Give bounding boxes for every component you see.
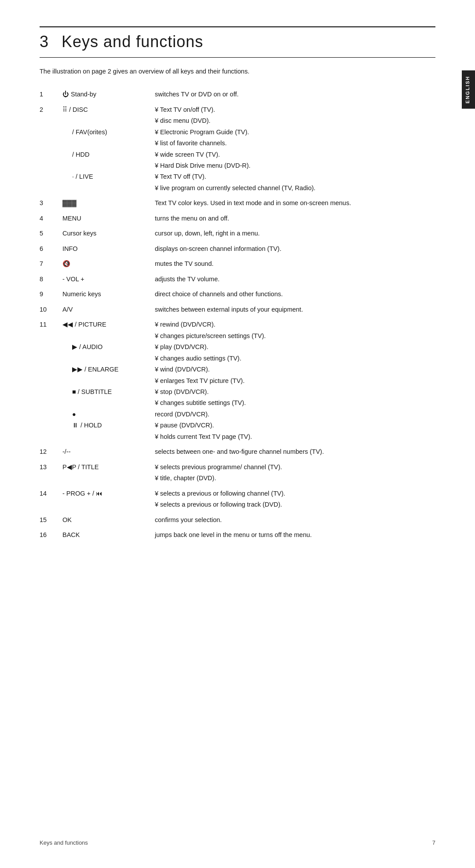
sub-key-description: ¥ changes audio settings (TV). (155, 353, 435, 364)
sub-key-description: ¥ holds current Text TV page (TV). (155, 432, 435, 443)
key-name: - VOL + (62, 273, 155, 285)
table-row: 11◀◀ / PICTURE¥ rewind (DVD/VCR). (40, 318, 435, 331)
table-sub-row: ▶▶ / ENLARGE¥ wind (DVD/VCR). (40, 364, 435, 375)
sub-key-name: / FAV(orites) (62, 127, 155, 138)
sub-key-number (40, 331, 62, 342)
sub-key-name (62, 376, 155, 387)
key-description: adjusts the TV volume. (155, 273, 435, 285)
key-description: switches between external inputs of your… (155, 303, 435, 316)
table-sub-row: ▶ / AUDIO¥ play (DVD/VCR). (40, 342, 435, 353)
sub-key-description: ¥ selects a previous or following track … (155, 500, 435, 511)
sub-key-number (40, 473, 62, 484)
page-container: ENGLISH 3 Keys and functions The illustr… (0, 0, 475, 868)
key-description: ¥ selects a previous or following channe… (155, 487, 435, 500)
sub-key-number (40, 409, 62, 420)
sub-key-number (40, 376, 62, 387)
key-description: confirms your selection. (155, 514, 435, 526)
sub-key-description: ¥ Hard Disk Drive menu (DVD-R). (155, 161, 435, 172)
table-sub-row: ¥ holds current Text TV page (TV). (40, 432, 435, 443)
key-description: jumps back one level in the menu or turn… (155, 529, 435, 541)
table-sub-row: / HDD¥ wide screen TV (TV). (40, 150, 435, 161)
sub-key-name: ▶ / AUDIO (62, 342, 155, 353)
sub-key-name (62, 161, 155, 172)
key-description: switches TV or DVD on or off. (155, 88, 435, 100)
table-sub-row: ¥ title, chapter (DVD). (40, 473, 435, 484)
sub-key-name (62, 353, 155, 364)
key-name: A/V (62, 303, 155, 316)
sub-key-name: ⏸ / HOLD (62, 420, 155, 431)
title-section: 3 Keys and functions (40, 26, 435, 51)
table-row: 6INFOdisplays on-screen channel informat… (40, 243, 435, 255)
sub-key-name (62, 116, 155, 127)
table-sub-row: ¥ list of favorite channels. (40, 138, 435, 149)
chapter-number: 3 (40, 33, 49, 51)
key-description: ¥ Text TV on/off (TV). (155, 103, 435, 116)
key-number: 13 (40, 461, 62, 473)
table-row: 4MENUturns the menu on and off. (40, 212, 435, 224)
sub-key-name (62, 138, 155, 149)
sub-key-description: ¥ Text TV off (TV). (155, 172, 435, 183)
keys-table: 1⏻ Stand-byswitches TV or DVD on or off.… (40, 88, 435, 541)
footer-left-text: Keys and functions (40, 839, 88, 846)
language-tab: ENGLISH (462, 70, 475, 109)
table-row: 15OKconfirms your selection. (40, 514, 435, 526)
table-row: 2⠿ / DISC¥ Text TV on/off (TV). (40, 103, 435, 116)
key-name: ⏻ Stand-by (62, 88, 155, 100)
sub-key-name: ■ / SUBTITLE (62, 387, 155, 398)
sub-key-number (40, 420, 62, 431)
key-name: ⠿ / DISC (62, 103, 155, 116)
sub-key-number (40, 127, 62, 138)
key-description: Text TV color keys. Used in text mode an… (155, 197, 435, 209)
sub-key-description: ¥ play (DVD/VCR). (155, 342, 435, 353)
sub-key-name (62, 398, 155, 409)
sub-key-number (40, 500, 62, 511)
footer-page-number: 7 (432, 839, 435, 846)
table-row: 8- VOL +adjusts the TV volume. (40, 273, 435, 285)
page-footer: Keys and functions 7 (40, 839, 435, 846)
sub-key-description: ¥ wind (DVD/VCR). (155, 364, 435, 375)
key-number: 12 (40, 445, 62, 458)
sub-key-name: ● (62, 409, 155, 420)
key-description: cursor up, down, left, right in a menu. (155, 227, 435, 239)
sub-key-description: ¥ stop (DVD/VCR). (155, 387, 435, 398)
sub-key-number (40, 398, 62, 409)
sub-key-description: ¥ changes subtitle settings (TV). (155, 398, 435, 409)
key-number: 1 (40, 88, 62, 100)
key-number: 15 (40, 514, 62, 526)
key-name: Numeric keys (62, 288, 155, 300)
key-number: 4 (40, 212, 62, 224)
key-name: INFO (62, 243, 155, 255)
table-row: 14- PROG + / ⏮¥ selects a previous or fo… (40, 487, 435, 500)
table-sub-row: ¥ Hard Disk Drive menu (DVD-R). (40, 161, 435, 172)
key-number: 16 (40, 529, 62, 541)
key-name: Cursor keys (62, 227, 155, 239)
key-description: selects between one- and two-figure chan… (155, 445, 435, 458)
table-sub-row: / FAV(orites)¥ Electronic Program Guide … (40, 127, 435, 138)
table-sub-row: ⏸ / HOLD¥ pause (DVD/VCR). (40, 420, 435, 431)
key-number: 6 (40, 243, 62, 255)
key-name: ▓▓▓ (62, 197, 155, 209)
table-sub-row: ¥ changes subtitle settings (TV). (40, 398, 435, 409)
sub-key-number (40, 172, 62, 183)
table-sub-row: ●record (DVD/VCR). (40, 409, 435, 420)
key-number: 9 (40, 288, 62, 300)
table-sub-row: ■ / SUBTITLE¥ stop (DVD/VCR). (40, 387, 435, 398)
sub-key-number (40, 353, 62, 364)
table-row: 16BACKjumps back one level in the menu o… (40, 529, 435, 541)
key-name: BACK (62, 529, 155, 541)
sub-key-number (40, 150, 62, 161)
key-description: ¥ selects previous programme/ channel (T… (155, 461, 435, 473)
key-name: P◀P / TITLE (62, 461, 155, 473)
sub-key-number (40, 161, 62, 172)
key-description: mutes the TV sound. (155, 257, 435, 270)
key-name: - PROG + / ⏮ (62, 487, 155, 500)
key-number: 3 (40, 197, 62, 209)
key-number: 8 (40, 273, 62, 285)
sub-key-number (40, 432, 62, 443)
sub-key-number (40, 116, 62, 127)
table-sub-row: ¥ selects a previous or following track … (40, 500, 435, 511)
sub-key-name (62, 500, 155, 511)
sub-key-name (62, 473, 155, 484)
sub-key-description: ¥ list of favorite channels. (155, 138, 435, 149)
sub-key-name (62, 331, 155, 342)
